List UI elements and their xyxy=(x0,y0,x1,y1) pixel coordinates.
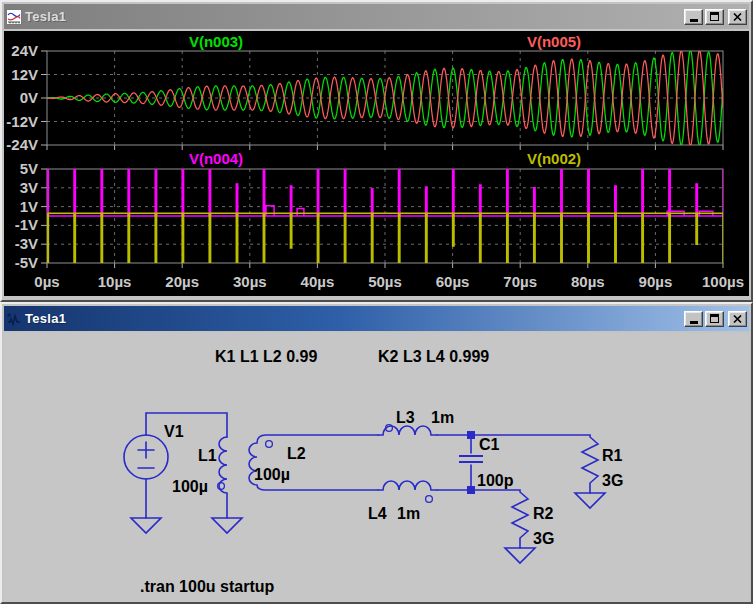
maximize-button[interactable] xyxy=(705,311,724,327)
l1-inductor-symbol[interactable] xyxy=(218,437,227,518)
schematic-window: Tesla1 K1 L1 L2 0.99 K2 L3 L4 0.999 .tra… xyxy=(0,302,753,604)
x-tick-label: 100µs xyxy=(702,273,744,290)
close-icon xyxy=(733,13,742,21)
y-tick-label: -12V xyxy=(6,113,38,130)
schematic-window-title: Tesla1 xyxy=(25,311,681,326)
r1-name-label[interactable]: R1 xyxy=(602,447,623,464)
trace-V(n004)[interactable] xyxy=(47,169,724,216)
y-tick-label: 1V xyxy=(20,198,38,215)
trace-label-V(n002)[interactable]: V(n002) xyxy=(527,150,581,167)
r2-value-label[interactable]: 3G xyxy=(533,530,554,547)
l4-value-label[interactable]: 1m xyxy=(397,505,420,522)
maximize-button[interactable] xyxy=(705,9,724,25)
waveform-window: Tesla1 24V12V0V-12V-24VV(n003)V(n005)5V3… xyxy=(0,0,753,302)
ground-symbol[interactable] xyxy=(131,518,161,533)
waveform-plot[interactable]: 24V12V0V-12V-24VV(n003)V(n005)5V3V1V-1V-… xyxy=(4,31,749,296)
v1-name-label[interactable]: V1 xyxy=(164,423,184,440)
ground-symbol[interactable] xyxy=(575,493,605,508)
l1-value-label[interactable]: 100µ xyxy=(172,478,208,495)
k1-directive[interactable]: K1 L1 L2 0.99 xyxy=(215,348,317,365)
trace-label-V(n003)[interactable]: V(n003) xyxy=(189,33,243,50)
y-tick-label: -1V xyxy=(15,216,38,233)
ground-symbol[interactable] xyxy=(505,548,535,563)
maximize-icon xyxy=(710,314,719,323)
minimize-icon xyxy=(690,19,698,22)
r1-resistor-symbol[interactable] xyxy=(437,435,598,493)
trace-V(n005)[interactable] xyxy=(47,51,723,146)
y-tick-label: 3V xyxy=(20,179,38,196)
trace-label-V(n005)[interactable]: V(n005) xyxy=(527,33,581,50)
ground-symbol[interactable] xyxy=(212,518,242,533)
waveform-plot-area[interactable]: 24V12V0V-12V-24VV(n003)V(n005)5V3V1V-1V-… xyxy=(4,31,749,296)
junction-node xyxy=(467,486,475,494)
l4-inductor-symbol[interactable] xyxy=(378,481,437,502)
y-tick-label: 12V xyxy=(11,66,38,83)
c1-name-label[interactable]: C1 xyxy=(479,436,500,453)
l3-value-label[interactable]: 1m xyxy=(431,409,454,426)
y-tick-label: 0V xyxy=(20,89,38,106)
x-tick-label: 90µs xyxy=(639,273,673,290)
schematic-sheet[interactable]: K1 L1 L2 0.99 K2 L3 L4 0.999 .tran 100u … xyxy=(4,333,749,602)
k2-directive[interactable]: K2 L3 L4 0.999 xyxy=(378,348,489,365)
junction-node xyxy=(467,431,475,439)
schematic-canvas[interactable]: K1 L1 L2 0.99 K2 L3 L4 0.999 .tran 100u … xyxy=(4,333,749,602)
y-tick-label: -3V xyxy=(15,235,38,252)
minimize-button[interactable] xyxy=(684,9,703,25)
schematic-window-titlebar[interactable]: Tesla1 xyxy=(4,306,749,331)
trace-label-V(n004)[interactable]: V(n004) xyxy=(189,150,243,167)
x-tick-label: 0µs xyxy=(34,273,59,290)
c1-value-label[interactable]: 100p xyxy=(477,472,514,489)
x-tick-label: 30µs xyxy=(233,273,267,290)
minimize-icon xyxy=(690,321,698,324)
close-button[interactable] xyxy=(728,311,747,327)
l3-name-label[interactable]: L3 xyxy=(396,409,415,426)
y-tick-label: 5V xyxy=(20,160,38,177)
y-tick-label: -5V xyxy=(15,254,38,271)
x-tick-label: 80µs xyxy=(571,273,605,290)
l2-name-label[interactable]: L2 xyxy=(287,445,306,462)
waveform-plot-icon[interactable] xyxy=(6,9,22,25)
x-tick-label: 50µs xyxy=(368,273,402,290)
y-tick-label: -24V xyxy=(6,136,38,153)
x-tick-label: 20µs xyxy=(165,273,199,290)
maximize-icon xyxy=(710,12,719,21)
l2-phase-dot xyxy=(266,441,273,448)
l1-name-label[interactable]: L1 xyxy=(198,447,217,464)
waveform-window-title: Tesla1 xyxy=(25,9,681,24)
tran-directive[interactable]: .tran 100u startup xyxy=(140,578,274,595)
l4-phase-dot xyxy=(426,496,433,503)
schematic-icon[interactable] xyxy=(6,311,22,327)
l3-inductor-symbol[interactable] xyxy=(378,425,437,435)
y-tick-label: 24V xyxy=(11,42,38,59)
r2-name-label[interactable]: R2 xyxy=(533,505,554,522)
close-button[interactable] xyxy=(728,9,747,25)
minimize-button[interactable] xyxy=(684,311,703,327)
l2-value-label[interactable]: 100µ xyxy=(254,466,290,483)
close-icon xyxy=(733,315,742,323)
r1-value-label[interactable]: 3G xyxy=(602,472,623,489)
l4-name-label[interactable]: L4 xyxy=(368,505,387,522)
trace-V(n002)[interactable] xyxy=(47,213,724,263)
x-tick-label: 40µs xyxy=(301,273,335,290)
x-tick-label: 10µs xyxy=(98,273,132,290)
x-tick-label: 60µs xyxy=(436,273,470,290)
waveform-window-titlebar[interactable]: Tesla1 xyxy=(4,4,749,29)
r2-resistor-symbol[interactable] xyxy=(437,490,528,548)
x-tick-label: 70µs xyxy=(503,273,537,290)
